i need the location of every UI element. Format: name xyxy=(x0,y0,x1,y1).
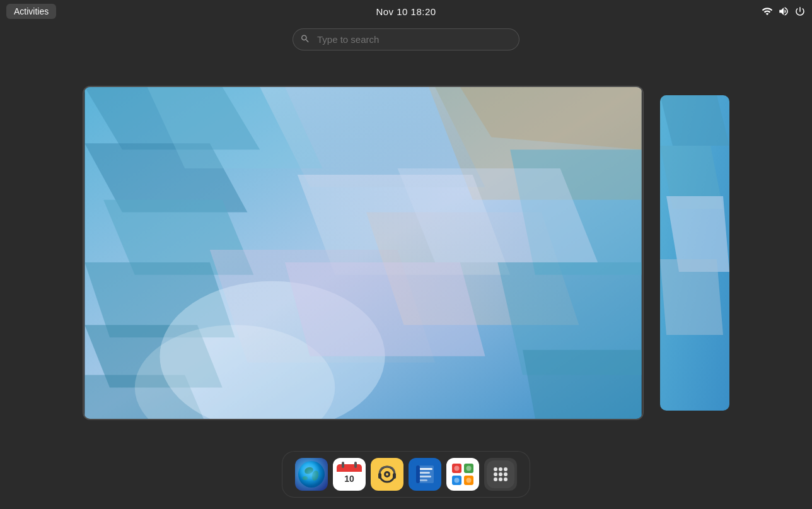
svg-point-67 xyxy=(499,477,502,481)
svg-point-58 xyxy=(467,478,472,483)
svg-rect-35 xyxy=(354,462,357,468)
svg-point-64 xyxy=(499,472,502,476)
system-tray xyxy=(762,6,806,17)
svg-rect-33 xyxy=(337,468,362,472)
svg-marker-15 xyxy=(523,350,642,419)
svg-marker-25 xyxy=(660,259,723,335)
app-grid-dock-icon[interactable] xyxy=(484,458,517,491)
svg-point-62 xyxy=(504,467,508,471)
svg-text:10: 10 xyxy=(344,474,354,484)
side-workspace[interactable] xyxy=(660,95,729,411)
svg-rect-41 xyxy=(378,473,381,479)
appstore-dock-icon[interactable] xyxy=(446,458,479,491)
headphone-dock-icon[interactable] xyxy=(371,458,403,491)
svg-rect-49 xyxy=(416,465,420,483)
dock: 10 xyxy=(282,451,530,498)
network-icon[interactable] xyxy=(762,6,773,17)
search-container xyxy=(293,28,519,50)
search-input[interactable] xyxy=(293,28,519,50)
svg-point-61 xyxy=(499,467,502,471)
clock-display: Nov 10 18:20 xyxy=(376,6,436,17)
svg-point-40 xyxy=(386,473,388,476)
svg-point-60 xyxy=(494,467,497,471)
svg-point-68 xyxy=(504,477,508,481)
svg-rect-42 xyxy=(393,473,396,479)
svg-marker-20 xyxy=(285,262,485,356)
power-icon[interactable] xyxy=(794,6,806,17)
svg-point-66 xyxy=(494,477,497,481)
svg-rect-34 xyxy=(342,462,344,468)
calendar-dock-icon[interactable]: 10 xyxy=(333,458,366,491)
main-workspace[interactable] xyxy=(83,86,644,420)
svg-point-30 xyxy=(298,461,325,488)
browser-dock-icon[interactable] xyxy=(295,458,328,491)
topbar: Activities Nov 10 18:20 xyxy=(0,0,812,23)
svg-point-55 xyxy=(455,466,460,471)
svg-point-57 xyxy=(455,478,460,483)
notes-dock-icon[interactable] xyxy=(409,458,441,491)
volume-icon[interactable] xyxy=(778,6,789,17)
svg-point-63 xyxy=(494,472,497,476)
svg-point-65 xyxy=(504,472,508,476)
svg-point-56 xyxy=(467,466,472,471)
activities-button[interactable]: Activities xyxy=(6,4,56,19)
workspaces-area xyxy=(0,66,812,440)
